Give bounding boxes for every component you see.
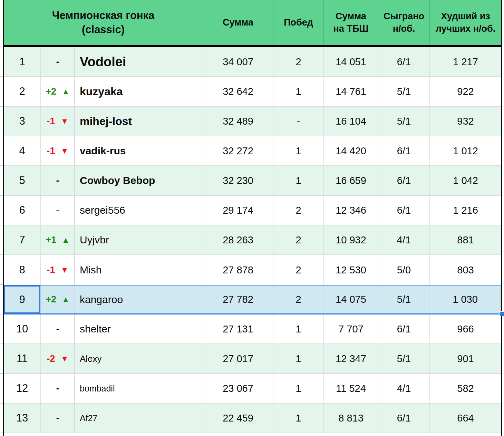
wins-cell[interactable]: 2	[273, 225, 324, 254]
tbsh-sum-cell[interactable]: 12 347	[324, 344, 378, 373]
wins-cell[interactable]: 1	[273, 374, 324, 403]
position-change-cell[interactable]: +2 ▲	[41, 77, 75, 106]
wins-cell[interactable]: 1	[273, 314, 324, 343]
sum-cell[interactable]: 28 263	[203, 225, 273, 254]
rank-cell[interactable]: 7	[4, 225, 41, 254]
position-change-cell[interactable]: -	[41, 404, 75, 433]
position-change-cell[interactable]: +1 ▲	[41, 225, 75, 254]
tbsh-sum-cell[interactable]: 11 524	[324, 374, 378, 403]
tbsh-sum-cell[interactable]: 12 530	[324, 255, 378, 285]
wins-cell[interactable]: 1	[273, 404, 324, 433]
worst-of-best-cell[interactable]: 1 012	[430, 136, 501, 165]
rank-cell[interactable]: 2	[4, 77, 41, 106]
worst-of-best-cell[interactable]: 1 030	[430, 285, 501, 313]
played-cell[interactable]: 6/1	[378, 404, 430, 433]
position-change-cell[interactable]: -	[41, 374, 75, 403]
position-change-cell[interactable]: -	[41, 166, 75, 195]
player-name-cell[interactable]: Af27	[75, 404, 203, 433]
wins-cell[interactable]: 2	[273, 285, 324, 313]
sum-cell[interactable]: 23 067	[203, 374, 273, 403]
tbsh-sum-cell[interactable]: 14 075	[324, 285, 378, 313]
sum-cell[interactable]: 32 230	[203, 166, 273, 195]
rank-cell[interactable]: 11	[4, 344, 41, 373]
worst-of-best-cell[interactable]: 1 042	[430, 166, 501, 195]
sum-cell[interactable]: 27 782	[203, 285, 273, 313]
player-name-cell[interactable]: vadik-rus	[75, 136, 203, 165]
tbsh-sum-cell[interactable]: 12 346	[324, 196, 378, 225]
player-name-cell[interactable]: bombadil	[75, 374, 203, 403]
rank-cell[interactable]: 9	[4, 285, 41, 313]
column-header-wins[interactable]: Побед	[273, 0, 324, 45]
position-change-cell[interactable]: -2 ▼	[41, 344, 75, 373]
sum-cell[interactable]: 27 017	[203, 344, 273, 373]
sum-cell[interactable]: 32 272	[203, 136, 273, 165]
worst-of-best-cell[interactable]: 803	[430, 255, 501, 285]
player-name-cell[interactable]: kangaroo	[75, 285, 203, 313]
column-header-played[interactable]: Сыграно н/об.	[378, 0, 430, 45]
column-header-sum[interactable]: Сумма	[203, 0, 273, 45]
sum-cell[interactable]: 27 131	[203, 314, 273, 343]
rank-cell[interactable]: 6	[4, 196, 41, 225]
wins-cell[interactable]: 1	[273, 77, 324, 106]
rank-cell[interactable]: 1	[4, 47, 41, 76]
wins-cell[interactable]: 2	[273, 196, 324, 225]
worst-of-best-cell[interactable]: 932	[430, 107, 501, 136]
worst-of-best-cell[interactable]: 664	[430, 404, 501, 433]
rank-cell[interactable]: 5	[4, 166, 41, 195]
wins-cell[interactable]: -	[273, 107, 324, 136]
played-cell[interactable]: 5/1	[378, 285, 430, 313]
rank-cell[interactable]: 13	[4, 404, 41, 433]
rank-cell[interactable]: 10	[4, 314, 41, 343]
tbsh-sum-cell[interactable]: 10 932	[324, 225, 378, 254]
column-header-tbsh[interactable]: Сумма на ТБШ	[324, 0, 378, 45]
worst-of-best-cell[interactable]: 582	[430, 374, 501, 403]
played-cell[interactable]: 6/1	[378, 196, 430, 225]
worst-of-best-cell[interactable]: 922	[430, 77, 501, 106]
rank-cell[interactable]: 8	[4, 255, 41, 285]
fill-handle[interactable]	[500, 311, 504, 316]
position-change-cell[interactable]: -1 ▼	[41, 255, 75, 285]
position-change-cell[interactable]: -	[41, 196, 75, 225]
player-name-cell[interactable]: Cowboy Bebop	[75, 166, 203, 195]
wins-cell[interactable]: 1	[273, 344, 324, 373]
played-cell[interactable]: 6/1	[378, 314, 430, 343]
rank-cell[interactable]: 12	[4, 374, 41, 403]
played-cell[interactable]: 5/1	[378, 77, 430, 106]
table-title[interactable]: Чемпионская гонка (classic)	[4, 0, 203, 45]
wins-cell[interactable]: 2	[273, 255, 324, 285]
played-cell[interactable]: 6/1	[378, 47, 430, 76]
worst-of-best-cell[interactable]: 966	[430, 314, 501, 343]
position-change-cell[interactable]: -1 ▼	[41, 107, 75, 136]
tbsh-sum-cell[interactable]: 14 761	[324, 77, 378, 106]
player-name-cell[interactable]: Alexy	[75, 344, 203, 373]
rank-cell[interactable]: 3	[4, 107, 41, 136]
tbsh-sum-cell[interactable]: 14 051	[324, 47, 378, 76]
position-change-cell[interactable]: -	[41, 47, 75, 76]
rank-cell[interactable]: 4	[4, 136, 41, 165]
column-header-worst[interactable]: Худший из лучших н/об.	[430, 0, 501, 45]
played-cell[interactable]: 5/0	[378, 255, 430, 285]
player-name-cell[interactable]: kuzyaka	[75, 77, 203, 106]
tbsh-sum-cell[interactable]: 16 104	[324, 107, 378, 136]
player-name-cell[interactable]: Vodolei	[75, 47, 203, 76]
player-name-cell[interactable]: Uyjvbr	[75, 225, 203, 254]
player-name-cell[interactable]: shelter	[75, 314, 203, 343]
worst-of-best-cell[interactable]: 1 216	[430, 196, 501, 225]
sum-cell[interactable]: 22 459	[203, 404, 273, 433]
worst-of-best-cell[interactable]: 901	[430, 344, 501, 373]
sum-cell[interactable]: 27 878	[203, 255, 273, 285]
played-cell[interactable]: 4/1	[378, 374, 430, 403]
played-cell[interactable]: 5/1	[378, 107, 430, 136]
played-cell[interactable]: 6/1	[378, 166, 430, 195]
tbsh-sum-cell[interactable]: 14 420	[324, 136, 378, 165]
player-name-cell[interactable]: mihej-lost	[75, 107, 203, 136]
wins-cell[interactable]: 2	[273, 47, 324, 76]
tbsh-sum-cell[interactable]: 8 813	[324, 404, 378, 433]
sum-cell[interactable]: 29 174	[203, 196, 273, 225]
player-name-cell[interactable]: sergei556	[75, 196, 203, 225]
tbsh-sum-cell[interactable]: 16 659	[324, 166, 378, 195]
played-cell[interactable]: 5/1	[378, 344, 430, 373]
played-cell[interactable]: 6/1	[378, 136, 430, 165]
position-change-cell[interactable]: +2 ▲	[41, 285, 75, 313]
sum-cell[interactable]: 34 007	[203, 47, 273, 76]
